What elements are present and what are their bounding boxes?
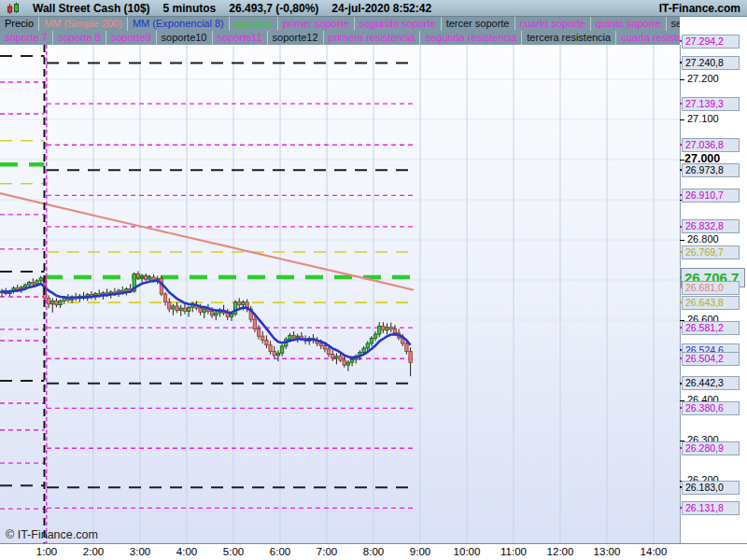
price-axis[interactable]: 27.20027.10027.00026.90026.80026.60026.4…	[680, 17, 747, 543]
legend-item-mm-simple-200-[interactable]: MM (Simple 200)	[39, 17, 128, 31]
price-tick	[680, 79, 684, 80]
price-line-label: 26.832,8	[682, 219, 740, 233]
legend-item-soporte9[interactable]: soporte9	[106, 31, 157, 45]
trading-chart-window: { "titlebar": { "symbol": "Wall Street C…	[0, 0, 747, 560]
legend-item-primera-resistencia[interactable]: primera resistencia	[324, 31, 421, 45]
legend-item-soporte10[interactable]: soporte10	[157, 31, 213, 45]
indicator-legend-row-1: PrecioMM (Simple 200)MM (Exponencial 8)a…	[0, 17, 680, 31]
price-line-label: 26.183,0	[682, 481, 740, 495]
indicator-legend-row-2: soporte 7soporte 8soporte9soporte10sopor…	[0, 31, 680, 45]
price-tick-label: 27.100	[687, 113, 719, 124]
legend-item-quinto-soporte[interactable]: quinto soporte	[591, 17, 667, 31]
price-tick-label: 26.800	[687, 233, 719, 245]
time-axis-label: 3:00	[120, 546, 161, 557]
price-line-label: 26.681,0	[682, 281, 740, 295]
datetime-label: 24-jul-2020 8:52:42	[331, 2, 431, 15]
ema8-line	[2, 281, 410, 357]
candlestick-chart-icon	[7, 2, 20, 15]
time-axis[interactable]: 1:002:003:004:005:006:007:008:009:0010:0…	[0, 543, 747, 560]
legend-item-primer-soporte[interactable]: primer soporte	[278, 17, 355, 31]
legend-item-segundo-soporte[interactable]: segundo soporte	[355, 17, 442, 31]
chart-plot-area[interactable]: © IT-Finance.com	[0, 45, 680, 543]
legend-item-soporte11[interactable]: soporte11	[213, 31, 268, 45]
legend-item-soporte-7[interactable]: soporte 7	[0, 31, 53, 45]
price-line-label: 26.643,8	[682, 296, 740, 310]
price-line-label: 26.131,8	[682, 501, 740, 515]
time-axis-label: 11:00	[493, 546, 534, 557]
price-line-label: 26.442,3	[682, 376, 740, 390]
price-line-label: 27.139,3	[682, 97, 740, 111]
legend-item-soporte12[interactable]: soporte12	[268, 31, 324, 45]
price-line-label: 26.280,9	[682, 441, 740, 455]
timeframe-label: 5 minutos	[163, 2, 217, 15]
price-line-label: 26.973,8	[682, 163, 740, 177]
time-axis-label: 5:00	[213, 546, 254, 557]
legend-item-apertura[interactable]: apertura	[230, 17, 278, 31]
time-axis-label: 2:00	[73, 546, 114, 557]
legend-item-mm-exponencial-8-[interactable]: MM (Exponencial 8)	[128, 17, 230, 31]
price-line-label: 26.769,7	[682, 245, 740, 259]
time-axis-label: 7:00	[306, 546, 347, 557]
price-line-label: 27.240,8	[682, 56, 740, 70]
time-axis-label: 6:00	[260, 546, 301, 557]
time-axis-label: 1:00	[26, 546, 67, 557]
price-line-label: 26.910,7	[682, 189, 740, 203]
legend-item-tercer-soporte[interactable]: tercer soporte	[442, 17, 515, 31]
time-axis-label: 4:00	[166, 546, 207, 557]
legend-item-segunda-resistencia[interactable]: segunda resistencia	[420, 31, 522, 45]
legend-item-tercera-resistencia[interactable]: tercera resistencia	[522, 31, 616, 45]
watermark: © IT-Finance.com	[6, 528, 98, 541]
price-tick	[680, 119, 684, 120]
price-change-percent: (-0,80%)	[275, 2, 318, 15]
price-line-label: 26.504,2	[682, 352, 740, 366]
price-line-label: 26.380,6	[682, 401, 740, 415]
price-line-label: 27.036,8	[682, 138, 740, 152]
time-axis-label: 9:00	[400, 546, 441, 557]
legend-item-cuarto-soporte[interactable]: cuarto soporte	[515, 17, 591, 31]
price-line-label: 26.581,2	[682, 321, 740, 335]
price-line-label: 27.294,2	[682, 35, 740, 49]
instrument-name: Wall Street Cash (10$)	[33, 2, 150, 15]
time-axis-label: 13:00	[586, 546, 627, 557]
time-axis-label: 14:00	[633, 546, 674, 557]
legend-item-precio[interactable]: Precio	[0, 17, 39, 31]
legend-item-soporte-8[interactable]: soporte 8	[53, 31, 106, 45]
time-axis-label: 10:00	[446, 546, 487, 557]
time-axis-label: 12:00	[540, 546, 581, 557]
price-tick-label: 27.200	[687, 73, 719, 84]
legend-item-sexto-soporte[interactable]: sexto soporte	[667, 17, 680, 31]
legend-item-cuarta-resistencia[interactable]: cuarta resistencia	[616, 31, 680, 45]
title-bar: Wall Street Cash (10$) 5 minutos 26.493,…	[0, 0, 747, 17]
price-tick	[680, 240, 684, 241]
time-axis-label: 8:00	[353, 546, 394, 557]
brand-label: IT-Finance.com	[659, 2, 740, 15]
last-price: 26.493,7	[229, 2, 273, 15]
candlestick-chart[interactable]	[0, 45, 680, 543]
last-price-and-change: 26.493,7 (-0,80%)	[229, 2, 318, 15]
